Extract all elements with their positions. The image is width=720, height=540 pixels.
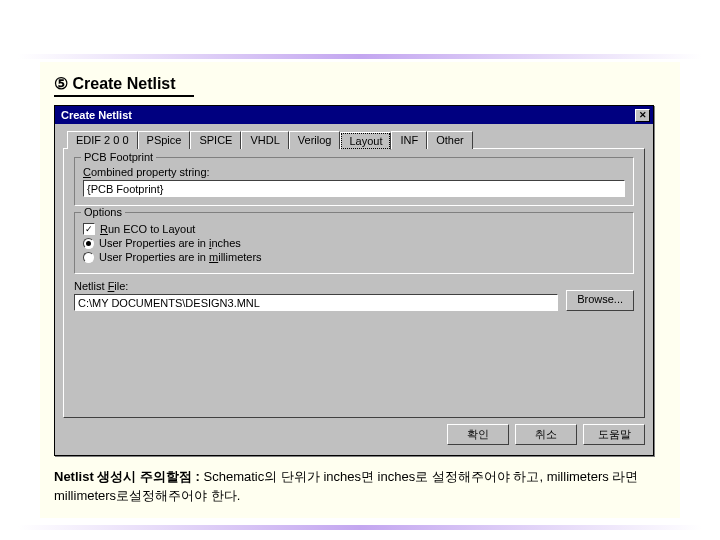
pcb-legend: PCB Footprint — [81, 151, 156, 163]
browse-button[interactable]: Browse... — [566, 290, 634, 311]
dialog-title: Create Netlist — [61, 109, 132, 121]
slide-body: ⑤ Create Netlist Create Netlist ✕ EDIF 2… — [40, 62, 680, 518]
help-button[interactable]: 도움말 — [583, 424, 645, 445]
ok-button[interactable]: 확인 — [447, 424, 509, 445]
close-icon[interactable]: ✕ — [635, 109, 650, 122]
tab-other[interactable]: Other — [427, 131, 473, 149]
top-gradient-bar — [18, 54, 702, 59]
radio-icon — [83, 252, 94, 263]
tab-spice[interactable]: SPICE — [190, 131, 241, 149]
options-group: Options ✓ Run ECO to Layout User Propert… — [74, 212, 634, 274]
tab-vhdl[interactable]: VHDL — [241, 131, 288, 149]
netlist-file-row: Netlist File: C:\MY DOCUMENTS\DESIGN3.MN… — [74, 280, 634, 311]
tab-verilog[interactable]: Verilog — [289, 131, 341, 149]
tab-edif[interactable]: EDIF 2 0 0 — [67, 131, 138, 149]
tabs: EDIF 2 0 0 PSpice SPICE VHDL Verilog Lay… — [63, 130, 645, 148]
cancel-button[interactable]: 취소 — [515, 424, 577, 445]
units-inches-radio[interactable]: User Properties are in inches — [83, 237, 625, 249]
page-title: ⑤ Create Netlist — [54, 74, 194, 97]
pcb-footprint-input[interactable]: {PCB Footprint} — [83, 180, 625, 197]
panel-spacer — [74, 311, 634, 407]
netlist-file-input[interactable]: C:\MY DOCUMENTS\DESIGN3.MNL — [74, 294, 558, 311]
tabpanel-layout: PCB Footprint Combined property string: … — [63, 148, 645, 418]
bottom-gradient-bar — [18, 525, 702, 530]
tab-pspice[interactable]: PSpice — [138, 131, 191, 149]
checkbox-icon: ✓ — [83, 223, 95, 235]
mm-label: User Properties are in millimeters — [99, 251, 262, 263]
pcb-footprint-group: PCB Footprint Combined property string: … — [74, 157, 634, 206]
inches-label: User Properties are in inches — [99, 237, 241, 249]
create-netlist-dialog: Create Netlist ✕ EDIF 2 0 0 PSpice SPICE… — [54, 105, 654, 456]
dialog-buttons: 확인 취소 도움말 — [63, 424, 645, 445]
options-legend: Options — [81, 206, 125, 218]
footnote-bold: Netlist 생성시 주의할점 : — [54, 469, 200, 484]
combined-label: Combined property string: — [83, 166, 625, 178]
titlebar[interactable]: Create Netlist ✕ — [55, 106, 653, 124]
run-eco-label: Run ECO to Layout — [100, 223, 195, 235]
run-eco-checkbox[interactable]: ✓ Run ECO to Layout — [83, 223, 625, 235]
netlist-file-label: Netlist File: — [74, 280, 558, 292]
footnote: Netlist 생성시 주의할점 : Schematic의 단위가 inches… — [54, 468, 666, 506]
units-mm-radio[interactable]: User Properties are in millimeters — [83, 251, 625, 263]
tab-inf[interactable]: INF — [391, 131, 427, 149]
tab-layout[interactable]: Layout — [340, 132, 391, 150]
radio-icon — [83, 238, 94, 249]
